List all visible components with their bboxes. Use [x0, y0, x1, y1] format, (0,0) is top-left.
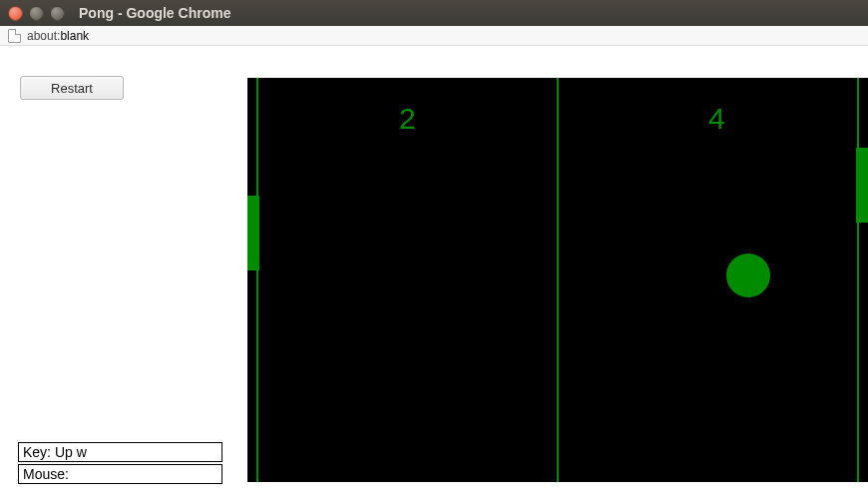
window-minimize-button[interactable]	[29, 6, 44, 21]
ball	[726, 253, 770, 297]
center-line	[557, 78, 559, 482]
window-title: Pong - Google Chrome	[79, 5, 230, 21]
window-close-button[interactable]	[8, 6, 23, 21]
url-path: blank	[60, 29, 89, 43]
pong-canvas[interactable]: 2 4	[247, 78, 868, 482]
page-icon	[8, 29, 21, 43]
right-boundary-line	[857, 78, 859, 482]
restart-button[interactable]: Restart	[20, 76, 124, 100]
paddle-left	[247, 196, 259, 270]
address-bar[interactable]: about:blank	[0, 26, 868, 46]
url-text: about:blank	[27, 29, 89, 43]
window-maximize-button[interactable]	[50, 6, 65, 21]
status-key: Key: Up w	[18, 442, 222, 462]
status-mouse: Mouse:	[18, 464, 222, 484]
paddle-right	[856, 148, 868, 223]
page-content: Restart Key: Up w Mouse: 2 4	[0, 46, 868, 504]
score-right: 4	[708, 102, 725, 136]
score-left: 2	[399, 102, 416, 136]
url-scheme: about:	[27, 29, 60, 43]
left-boundary-line	[256, 78, 258, 482]
window-titlebar: Pong - Google Chrome	[0, 0, 868, 26]
